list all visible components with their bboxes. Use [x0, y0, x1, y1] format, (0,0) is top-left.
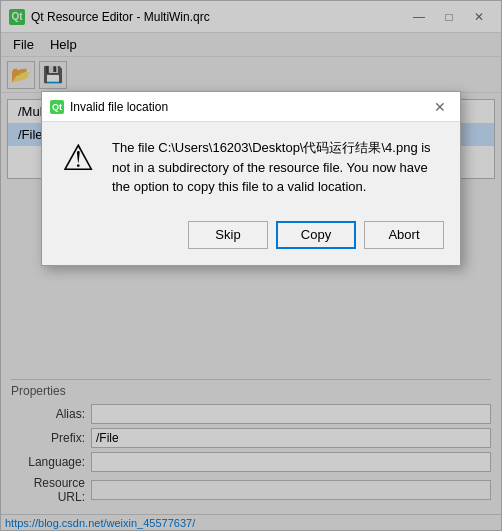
dialog-overlay: Qt Invalid file location ✕ ⚠ The file C:… — [1, 1, 501, 530]
dialog-title: Invalid file location — [70, 100, 428, 114]
main-window: Qt Qt Resource Editor - MultiWin.qrc — □… — [0, 0, 502, 531]
dialog-buttons: Skip Copy Abort — [42, 213, 460, 265]
invalid-file-dialog: Qt Invalid file location ✕ ⚠ The file C:… — [41, 91, 461, 266]
dialog-app-icon: Qt — [50, 100, 64, 114]
abort-button[interactable]: Abort — [364, 221, 444, 249]
copy-button[interactable]: Copy — [276, 221, 356, 249]
dialog-close-button[interactable]: ✕ — [428, 97, 452, 117]
skip-button[interactable]: Skip — [188, 221, 268, 249]
dialog-message: The file C:\Users\16203\Desktop\代码运行结果\4… — [112, 138, 444, 197]
dialog-title-bar: Qt Invalid file location ✕ — [42, 92, 460, 122]
warning-icon: ⚠ — [58, 138, 98, 178]
dialog-body: ⚠ The file C:\Users\16203\Desktop\代码运行结果… — [42, 122, 460, 213]
